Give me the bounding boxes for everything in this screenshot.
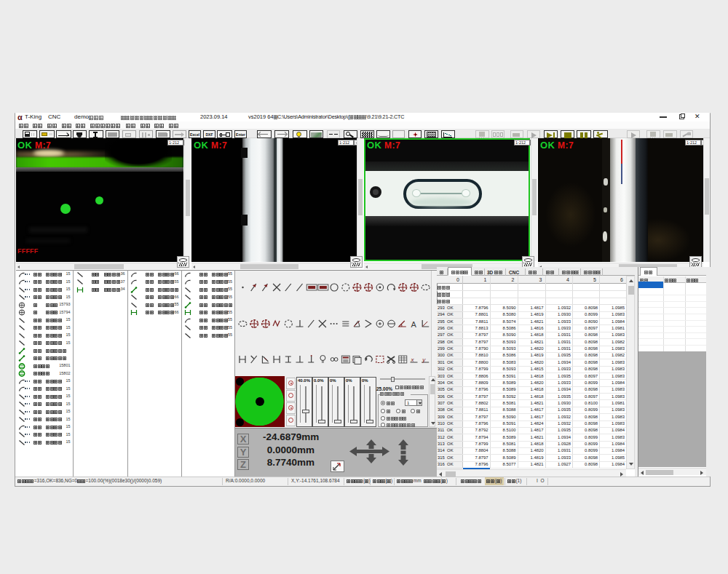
svg-text:A: A <box>411 320 417 329</box>
